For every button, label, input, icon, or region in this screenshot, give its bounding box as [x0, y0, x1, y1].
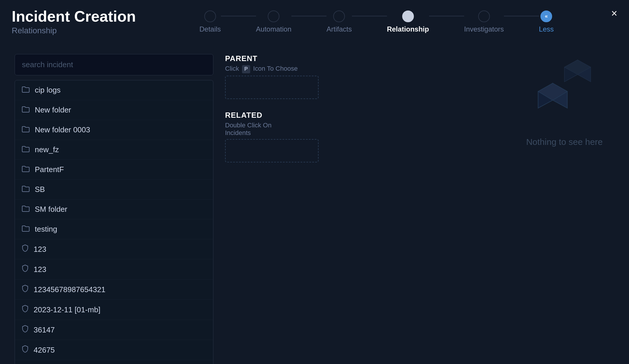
item-label: New folder 0003: [35, 125, 90, 134]
step-connector-4: [429, 16, 464, 16]
folder-icon: [22, 146, 30, 154]
step-label-artifacts: Artifacts: [326, 25, 352, 33]
step-artifacts[interactable]: Artifacts: [326, 11, 352, 33]
step-circle-relationship: [402, 11, 414, 22]
list-item[interactable]: 42675: [15, 360, 213, 364]
shield-icon: [22, 245, 28, 254]
list-item[interactable]: new_fz: [15, 140, 213, 160]
folder-icon: [22, 225, 30, 233]
folder-icon: [22, 86, 30, 94]
item-label: 36147: [34, 325, 55, 334]
empty-illustration: [532, 54, 597, 124]
folder-icon: [22, 106, 30, 114]
list-item[interactable]: 123: [15, 239, 213, 259]
shield-icon: [22, 305, 28, 314]
item-label: 123: [34, 245, 46, 254]
step-label-less: Less: [539, 25, 554, 33]
parent-icon-badge[interactable]: P: [242, 65, 250, 73]
list-item[interactable]: 123: [15, 259, 213, 280]
right-panel: PARENT Click P Icon To Choose RELATED Do…: [225, 54, 614, 364]
folder-icon: [22, 126, 30, 134]
header-actions: ×: [611, 8, 617, 19]
item-label: testing: [35, 225, 57, 234]
step-details[interactable]: Details: [199, 11, 221, 33]
folder-icon: [22, 205, 30, 214]
list-item[interactable]: PartentF: [15, 160, 213, 180]
parent-drop-zone[interactable]: [225, 76, 319, 99]
shield-icon: [22, 265, 28, 274]
item-label: SM folder: [35, 205, 67, 214]
close-button[interactable]: ×: [611, 8, 617, 19]
related-drop-zone[interactable]: [225, 139, 319, 162]
step-label-details: Details: [199, 25, 221, 33]
item-label: SB: [35, 185, 45, 194]
shield-icon: [22, 285, 28, 294]
incident-list: cip logs New folder New folder 0003 new_…: [15, 80, 213, 364]
step-label-automation: Automation: [256, 25, 291, 33]
item-label: new_fz: [35, 145, 59, 154]
list-item[interactable]: cip logs: [15, 80, 213, 100]
list-item[interactable]: SB: [15, 180, 213, 200]
item-label: 12345678987654321: [34, 285, 106, 294]
step-less[interactable]: Less: [539, 11, 554, 33]
step-investigators[interactable]: Investigators: [464, 11, 504, 33]
stepper: Details Automation Artifacts Relationshi…: [136, 11, 617, 33]
step-label-investigators: Investigators: [464, 25, 504, 33]
item-label: 2023-12-11 [01-mb]: [34, 305, 100, 314]
step-circle-less: [540, 11, 552, 22]
step-circle-artifacts: [333, 11, 345, 22]
list-item[interactable]: 2023-12-11 [01-mb]: [15, 300, 213, 320]
step-connector-5: [504, 16, 539, 16]
step-connector-3: [352, 16, 387, 16]
step-relationship[interactable]: Relationship: [387, 11, 429, 33]
shield-icon: [22, 325, 28, 334]
page-subtitle: Relationship: [12, 26, 136, 35]
list-item[interactable]: New folder: [15, 100, 213, 120]
step-connector-2: [291, 16, 326, 16]
step-circle-details: [204, 11, 216, 22]
item-label: New folder: [35, 105, 71, 115]
parent-desc-prefix: Click: [225, 65, 241, 72]
list-item[interactable]: New folder 0003: [15, 120, 213, 140]
left-panel: cip logs New folder New folder 0003 new_…: [15, 54, 213, 364]
empty-state: Nothing to see here: [526, 54, 603, 147]
list-item[interactable]: 36147: [15, 320, 213, 340]
step-circle-investigators: [478, 11, 490, 22]
page-title: Incident Creation: [12, 8, 136, 25]
list-item[interactable]: 42675: [15, 340, 213, 360]
step-label-relationship: Relationship: [387, 25, 429, 33]
item-label: 123: [34, 265, 46, 274]
item-label: 42675: [34, 346, 55, 355]
folder-icon: [22, 186, 30, 194]
step-circle-automation: [268, 11, 279, 22]
main-content: cip logs New folder New folder 0003 new_…: [0, 42, 629, 364]
header: Incident Creation Relationship Details A…: [0, 0, 629, 35]
title-block: Incident Creation Relationship: [12, 8, 136, 35]
folder-icon: [22, 166, 30, 174]
shield-icon: [22, 345, 28, 355]
step-connector-1: [221, 16, 256, 16]
search-input[interactable]: [15, 54, 213, 75]
modal: Incident Creation Relationship Details A…: [0, 0, 629, 364]
empty-text: Nothing to see here: [526, 137, 603, 147]
list-item[interactable]: SM folder: [15, 200, 213, 219]
item-label: cip logs: [35, 86, 61, 95]
list-item[interactable]: testing: [15, 219, 213, 239]
list-item[interactable]: 12345678987654321: [15, 280, 213, 300]
step-automation[interactable]: Automation: [256, 11, 291, 33]
item-label: PartentF: [35, 165, 64, 174]
parent-desc-suffix: Icon To Choose: [253, 65, 298, 72]
